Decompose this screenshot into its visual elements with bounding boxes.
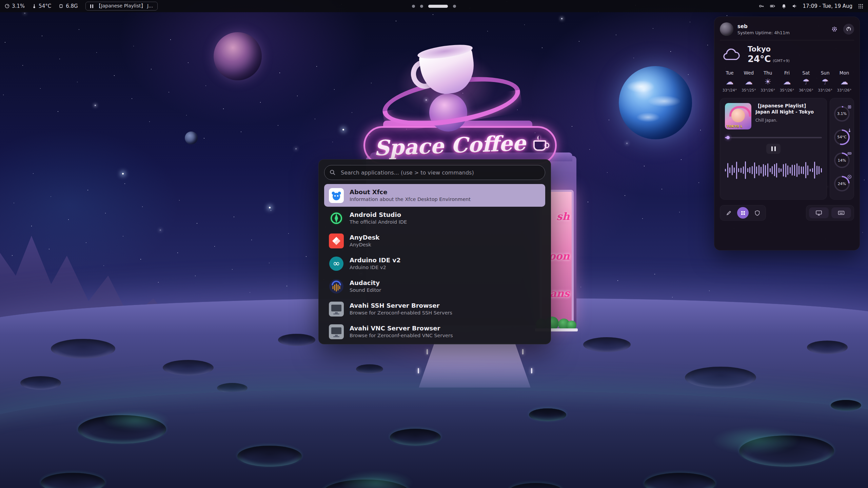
crater [583,337,631,352]
star [58,111,58,112]
user-avatar[interactable] [720,22,733,36]
launcher-app-row[interactable]: Audacity Sound Editor [324,275,545,298]
star [68,219,69,220]
star [124,183,125,184]
app-description: Sound Editor [350,287,381,293]
visualizer-bar [805,162,806,178]
clock[interactable]: 17:09 - Tue, 19 Aug [803,3,852,9]
star [42,36,42,36]
star [179,200,180,201]
star [709,290,710,291]
top-bar-right: 17:09 - Tue, 19 Aug [759,3,863,9]
seek-bar-handle[interactable] [726,136,730,139]
workspace-dot[interactable] [453,5,456,8]
power-button[interactable] [843,24,854,35]
star [487,31,488,32]
crater [390,429,441,446]
search-input[interactable] [324,165,545,180]
star [278,125,278,126]
star [679,212,680,212]
avahi-icon [329,324,344,339]
star [40,88,41,89]
forecast-day: Fri ☁ 35°/26° [778,70,796,93]
forecast-day: Sun ☂ 33°/26° [816,70,834,93]
now-playing-widget[interactable]: 【Japanese Playlist】 J... [85,2,158,11]
battery-icon[interactable] [770,4,775,8]
bright-star [122,173,124,175]
forecast-temps: 33°/26° [761,88,775,93]
workspace-dot[interactable] [420,5,423,8]
top-bar: 3.1% 54°C 6.8G 【Japanese Playlist】 J... … [0,0,868,12]
keyboard-button[interactable] [831,207,851,218]
star [96,52,97,53]
star [352,112,352,113]
visualizer-bar [765,165,766,176]
keyboard-icon [838,210,845,216]
visualizer-bar [818,166,820,174]
star [572,126,572,127]
star [22,65,23,66]
app-description: Arduino IDE v2 [350,265,401,270]
walkway-post [418,368,419,373]
avahi-icon [329,302,344,317]
speaker-icon[interactable] [792,4,797,8]
apps-grid-icon [740,210,746,216]
desktop: sh oon ans Space Coffee [0,0,868,488]
workspace-dot[interactable] [412,5,415,8]
star [33,173,34,174]
launcher-app-row[interactable]: ∞ Arduino IDE v2 Arduino IDE v2 [324,252,545,275]
star [644,166,645,166]
memory-indicator[interactable]: 6.8G [59,3,78,9]
display-button[interactable] [809,207,829,218]
cpu-gauge-icon [5,4,9,8]
visualizer-bar [792,165,793,176]
audio-visualizer [725,159,822,181]
memory-icon [847,151,852,156]
star [3,95,4,95]
seek-bar[interactable] [725,137,822,138]
shield-icon [754,210,760,216]
visualizer-bar [758,165,760,176]
play-pause-button[interactable] [766,144,781,154]
star [654,274,655,274]
visualizer-bar [821,168,822,172]
workspace-dot-active[interactable] [428,5,448,8]
launcher-app-row[interactable]: Avahi SSH Server Browser Browse for Zero… [324,298,545,320]
walkway-post [427,349,428,354]
xfce-icon [329,188,344,203]
temperature-indicator[interactable]: 54°C [32,3,51,9]
star [214,246,215,247]
workspace-indicator [412,5,456,8]
star [690,22,690,22]
launcher-app-row[interactable]: About Xfce Information about the Xfce De… [324,184,545,207]
forecast-temps: 35°/25° [742,88,756,93]
app-grid-icon[interactable] [858,4,863,9]
weather-cloud-icon: ☁ [783,78,791,86]
launcher-app-list: About Xfce Information about the Xfce De… [324,184,545,343]
visualizer-bar [787,165,788,175]
bright-star [269,207,271,208]
settings-button[interactable] [829,24,840,35]
launcher-app-row[interactable]: Android Studio The official Android IDE [324,207,545,229]
star [234,217,234,217]
visualizer-bar [752,166,753,174]
cpu-indicator[interactable]: 3.1% [5,3,25,9]
shield-tool-button[interactable] [751,207,763,219]
user-section: seb System Uptime: 4h11m [720,22,854,36]
launcher-app-row[interactable]: Avahi VNC Server Browser Browse for Zero… [324,320,545,343]
edit-tool-button[interactable] [723,207,734,219]
launcher-app-row[interactable]: AnyDesk AnyDesk [324,229,545,252]
star [688,74,689,75]
bell-icon[interactable] [781,4,787,9]
star [86,242,86,243]
visualizer-bar [778,168,780,173]
apps-tool-button[interactable] [737,207,749,219]
app-name: Audacity [350,280,381,287]
album-art[interactable]: TOKYO L [725,103,751,129]
visualizer-bar [761,167,762,174]
star [864,180,865,180]
key-icon[interactable] [759,4,764,8]
star [653,28,653,29]
visualizer-bar [785,163,786,177]
star [79,29,79,30]
